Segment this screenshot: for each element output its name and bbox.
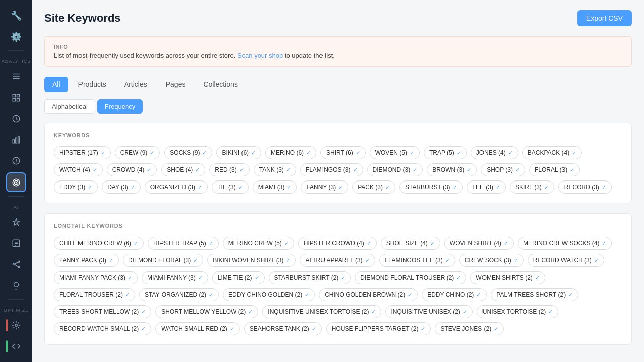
keyword-tag[interactable]: LIME TIE (2)✓	[212, 271, 265, 284]
keyword-tag[interactable]: SKIRT (3)✓	[510, 180, 554, 194]
sort-btn-frequency[interactable]: Frequency	[97, 99, 143, 114]
keyword-tag[interactable]: RECORD WATCH (3)✓	[528, 254, 604, 267]
keyword-tag[interactable]: EDDY CHINO (2)✓	[422, 288, 487, 301]
keyword-tag[interactable]: FLORAL TROUSER (2)✓	[54, 288, 135, 301]
keyword-text: SHIRT (6)	[326, 149, 353, 156]
clock-icon[interactable]	[6, 109, 26, 128]
keyword-tag[interactable]: SOCKS (9)✓	[164, 146, 212, 159]
keyword-tag[interactable]: TIE (3)✓	[212, 180, 249, 194]
keyword-tag[interactable]: RECORD (3)✓	[558, 180, 612, 194]
keyword-tag[interactable]: CHINO GOLDEN BROWN (2)✓	[319, 288, 418, 301]
keyword-tag[interactable]: MIAMI FANNY (3)✓	[142, 271, 208, 284]
keyword-tag[interactable]: SHOE (4)✓	[161, 163, 205, 176]
check-icon: ✓	[544, 184, 549, 191]
keyword-tag[interactable]: WOMEN SHIRTS (2)✓	[470, 271, 545, 284]
keyword-tag[interactable]: HIPSTER CROWD (4)✓	[298, 237, 377, 250]
tab-articles[interactable]: Articles	[116, 77, 155, 92]
gear-icon[interactable]: ⚙️	[6, 27, 26, 46]
keyword-tag[interactable]: RECORD WATCH SMALL (2)✓	[54, 322, 151, 335]
keyword-tag[interactable]: MERINO CREW SOCKS (4)✓	[518, 237, 612, 250]
keyword-tag[interactable]: MIAMI FANNY PACK (3)✓	[54, 271, 138, 284]
bulb-icon[interactable]	[6, 276, 26, 295]
keyword-tag[interactable]: HOUSE FLIPPERS TARGET (2)✓	[326, 322, 431, 335]
keyword-tag[interactable]: MERINO (6)✓	[265, 146, 316, 159]
keyword-tag[interactable]: SHOP (3)✓	[481, 163, 525, 176]
keyword-tag[interactable]: WATCH (4)✓	[54, 163, 103, 176]
sort-btn-alphabetical[interactable]: Alphabetical	[44, 99, 95, 114]
keyword-tag[interactable]: INQUISITIVE UNISEX TORTOISE (2)✓	[262, 305, 381, 318]
keyword-tag[interactable]: DIEMOND FLORAL TROUSER (2)✓	[355, 271, 466, 284]
keyword-tag[interactable]: SHOE SIZE (4)✓	[381, 237, 440, 250]
keyword-tag[interactable]: EDDY CHINO GOLDEN (2)✓	[223, 288, 315, 301]
check-icon: ✓	[602, 184, 606, 191]
keyword-tag[interactable]: BIKINI (6)✓	[216, 146, 261, 159]
keyword-tag[interactable]: DIEMOND (3)✓	[367, 163, 423, 176]
keyword-tag[interactable]: STARBURST (3)✓	[399, 180, 463, 194]
keyword-text: INQUISITIVE UNISEX (2)	[391, 308, 460, 315]
keyword-tag[interactable]: TREES SHORT MELLOW (2)✓	[54, 305, 151, 318]
keyword-tag[interactable]: EDDY (3)✓	[54, 180, 98, 194]
report-icon[interactable]	[6, 234, 26, 253]
keyword-tag[interactable]: BIKINI WOVEN SHIRT (3)✓	[207, 254, 296, 267]
check-icon: ✓	[251, 150, 256, 156]
code-icon[interactable]	[6, 337, 26, 356]
keyword-tag[interactable]: UNISEX TORTOISE (2)✓	[477, 305, 558, 318]
keyword-tag[interactable]: DAY (3)✓	[102, 180, 141, 194]
keyword-tag[interactable]: TEE (3)✓	[467, 180, 506, 194]
target-icon[interactable]	[6, 172, 26, 192]
grid-icon[interactable]	[6, 88, 26, 107]
keyword-tag[interactable]: WOVEN (5)✓	[370, 146, 420, 159]
keyword-tag[interactable]: SEAHORSE TANK (2)✓	[244, 322, 322, 335]
keyword-tag[interactable]: ORGANIZED (3)✓	[145, 180, 208, 194]
list-icon[interactable]	[6, 67, 26, 86]
tab-all[interactable]: All	[44, 77, 68, 92]
tab-products[interactable]: Products	[70, 77, 114, 92]
keyword-tag[interactable]: MERINO CREW (5)✓	[223, 237, 294, 250]
keyword-tag[interactable]: RED (3)✓	[209, 163, 249, 176]
keyword-tag[interactable]: TANK (3)✓	[254, 163, 296, 176]
info-text: List of most-frequently used keywords ac…	[54, 52, 622, 59]
keyword-tag[interactable]: STARBURST SKIRT (2)✓	[269, 271, 351, 284]
check-icon: ✓	[195, 167, 200, 173]
keyword-tag[interactable]: WATCH SMALL RED (2)✓	[155, 322, 240, 335]
keyword-tag[interactable]: BROWN (3)✓	[427, 163, 477, 176]
keyword-tag[interactable]: HIPSTER TRAP (5)✓	[148, 237, 219, 250]
keyword-tag[interactable]: FLAMINGOS TEE (3)✓	[379, 254, 455, 267]
wrench-icon[interactable]: 🔧	[6, 6, 26, 25]
keyword-tag[interactable]: HIPSTER (17)✓	[54, 146, 111, 159]
keyword-tag[interactable]: SHORT MELLOW YELLOW (2)✓	[155, 305, 258, 318]
keyword-text: SHOE (4)	[167, 166, 193, 173]
check-icon: ✓	[476, 292, 481, 298]
keyword-tag[interactable]: FANNY (3)✓	[301, 180, 348, 194]
keyword-tag[interactable]: CREW (9)✓	[115, 146, 160, 159]
check-icon: ✓	[88, 184, 92, 191]
keyword-tag[interactable]: STAY ORGANIZED (2)✓	[139, 288, 219, 301]
export-csv-button[interactable]: Export CSV	[577, 10, 632, 26]
keyword-tag[interactable]: CROWD (4)✓	[107, 163, 157, 176]
keyword-tag[interactable]: CHILL MERINO CREW (6)✓	[54, 237, 144, 250]
scan-shop-link[interactable]: Scan your shop	[237, 52, 283, 59]
keyword-tag[interactable]: INQUISITIVE UNISEX (2)✓	[385, 305, 472, 318]
keyword-tag[interactable]: CREW SOCK (3)✓	[459, 254, 524, 267]
node-icon[interactable]	[6, 255, 26, 274]
keyword-tag[interactable]: STEVE JONES (2)✓	[435, 322, 504, 335]
keyword-tag[interactable]: SHIRT (6)✓	[320, 146, 366, 159]
keyword-tag[interactable]: MIAMI (3)✓	[253, 180, 297, 194]
keyword-tag[interactable]: DIEMOND FLORAL (3)✓	[123, 254, 203, 267]
gauge-icon[interactable]	[6, 151, 26, 170]
tab-pages[interactable]: Pages	[157, 77, 194, 92]
tab-collections[interactable]: Collections	[195, 77, 246, 92]
keyword-tag[interactable]: BACKPACK (4)✓	[522, 146, 582, 159]
keyword-tag[interactable]: TRAP (5)✓	[424, 146, 467, 159]
cog-settings-icon[interactable]	[6, 316, 26, 335]
keyword-tag[interactable]: PALM TREES SHORT (2)✓	[491, 288, 578, 301]
keyword-tag[interactable]: ALTRU APPAREL (3)✓	[300, 254, 375, 267]
keyword-tag[interactable]: JONES (4)✓	[471, 146, 518, 159]
sparkle-icon[interactable]	[6, 213, 26, 232]
keyword-tag[interactable]: FLORAL (3)✓	[529, 163, 580, 176]
keyword-tag[interactable]: WOVEN SHIRT (4)✓	[444, 237, 514, 250]
chart-bar-icon[interactable]	[6, 130, 26, 149]
keyword-tag[interactable]: FANNY PACK (3)✓	[54, 254, 119, 267]
keyword-tag[interactable]: PACK (3)✓	[352, 180, 395, 194]
keyword-tag[interactable]: FLAMINGOS (3)✓	[300, 163, 363, 176]
